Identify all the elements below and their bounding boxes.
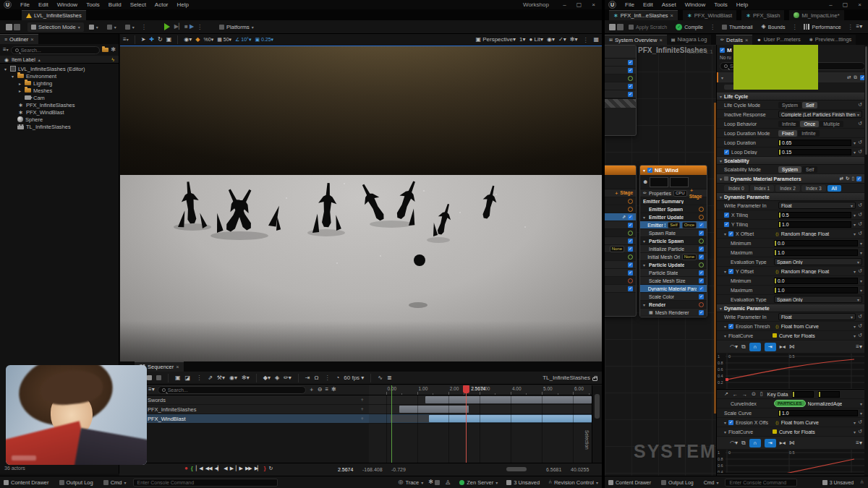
seq-view-options-dropdown[interactable]: ◉▾ xyxy=(229,375,237,381)
segmented-control[interactable]: FixedInfinite xyxy=(778,130,862,137)
delete-key-icon[interactable]: ▯ xyxy=(760,391,763,397)
sequencer-track-pfx-windblast[interactable]: ●●▸∗PFX_WindBlast＋ xyxy=(119,414,369,424)
dynamic-value-label[interactable]: Random Range Float xyxy=(781,269,851,274)
index-tab-all[interactable]: All xyxy=(827,185,841,192)
dropdown-caret-icon[interactable]: ▾ xyxy=(854,333,856,338)
seg-option-self[interactable]: Self xyxy=(802,166,817,173)
bowtie-icon[interactable]: ⋈ xyxy=(789,343,795,350)
reset-icon[interactable]: ↺ xyxy=(858,212,862,218)
module-enabled-checkbox[interactable]: ✓ xyxy=(699,223,704,228)
expand-arrow-icon[interactable]: ▾ xyxy=(643,215,647,220)
row-checkbox[interactable]: ✓ xyxy=(724,150,729,155)
dynamic-value-label[interactable]: Curve for Floats xyxy=(779,333,851,338)
lightning-column-icon[interactable]: ϟ xyxy=(111,57,114,62)
menu-edit[interactable]: Edit xyxy=(639,1,658,8)
seq-snap-icon[interactable]: Ω xyxy=(314,375,318,381)
outliner-item-lighting[interactable]: ▸Lighting xyxy=(3,80,119,87)
details-scrollbar-thumb[interactable] xyxy=(865,46,867,155)
dropdown-caret-icon[interactable]: ▾ xyxy=(860,241,862,246)
menu-edit[interactable]: Edit xyxy=(34,1,53,8)
details-floatcurve[interactable]: ▾FloatCurveCurve for Floats▾↺ xyxy=(717,427,864,437)
details-life-cycle-mode[interactable]: Life Cycle ModeSystemSelf↺ xyxy=(717,100,864,110)
section-bar-pfx-windblast[interactable] xyxy=(429,415,592,422)
expand-arrow-icon[interactable]: ▾ xyxy=(724,420,726,425)
outliner-item-sphere[interactable]: Sphere xyxy=(3,116,119,123)
thumbnail-button[interactable]: Thumbnail xyxy=(718,23,757,31)
selection-rail-label[interactable]: Selection xyxy=(584,430,590,450)
dropdown-caret-icon[interactable]: ▾ xyxy=(860,278,862,283)
value-field[interactable]: 1.0 xyxy=(778,221,851,228)
performance-button[interactable]: Performance xyxy=(800,22,844,31)
dropdown-caret-icon[interactable]: ▾ xyxy=(860,401,862,406)
selection-mode-dropdown[interactable]: Selection Mode▾ xyxy=(27,22,84,32)
outliner-item-pfx-infiniteslashes[interactable]: ∗PFX_InfiniteSlashes xyxy=(3,101,119,108)
cinematics-dropdown[interactable]: ▾ xyxy=(122,23,138,31)
output-log-button[interactable]: Output Log xyxy=(658,476,697,488)
node-row-dynamic-material-parameters[interactable]: Dynamic Material Parameters✓ xyxy=(640,285,707,293)
seq-save-icon[interactable] xyxy=(147,375,152,380)
curve-graph-c1[interactable]: 10.80.60.40.200.5 xyxy=(717,354,864,390)
niagara-log-tab[interactable]: ▤Niagara Log xyxy=(667,35,712,45)
index-tab-index-0[interactable]: Index 0 xyxy=(724,185,749,192)
mirror-icon[interactable]: ▸◂ xyxy=(780,440,786,446)
mirror-icon[interactable]: ▸◂ xyxy=(780,343,786,350)
details-dynamic-material-parameters[interactable]: ▾Dynamic Material Parameters⇄↻▯✓ xyxy=(717,174,864,184)
node-row-particle-state[interactable]: Particle State✓ xyxy=(640,269,707,277)
lock-icon[interactable] xyxy=(592,377,597,381)
curve-editor-toolbar[interactable]: ◠▾⧉∩⇥▸◂⋈≡▾ xyxy=(717,341,864,354)
reset-icon[interactable]: ↺ xyxy=(858,323,862,329)
snap-value-button[interactable]: ⇥ xyxy=(765,439,776,448)
details-minimum[interactable]: Minimum0.0▾ xyxy=(717,276,864,286)
timeline-row-swords[interactable] xyxy=(369,395,592,405)
browse-icon[interactable] xyxy=(617,24,624,30)
trash-icon[interactable]: ▯ xyxy=(851,176,854,181)
menu-asset[interactable]: Asset xyxy=(658,1,681,8)
stage-circle-icon[interactable] xyxy=(628,76,633,81)
world-local-toggle-icon[interactable]: ◉▾ xyxy=(184,37,192,43)
value-field[interactable]: 1.0 xyxy=(778,410,858,416)
previous-shot-button[interactable]: ◀◀ xyxy=(205,466,212,471)
dynamic-value-label[interactable]: Random Range Float xyxy=(781,231,851,236)
details-x-tiling[interactable]: ✓X Tiling0.5▾↺ xyxy=(717,210,864,220)
show-flags-icon[interactable]: ◉▾ xyxy=(547,37,555,43)
details-floatcurve[interactable]: ▾FloatCurveCurve for Floats▾↺ xyxy=(717,331,864,341)
details-write-parameter-in[interactable]: Write Parameter InFloat▾↺ xyxy=(717,201,864,210)
jump-to-start-button[interactable]: ▏◀ xyxy=(196,466,203,471)
copy-icon[interactable]: ⧉ xyxy=(854,75,857,80)
outliner-search-input[interactable]: Search... xyxy=(11,46,101,54)
expand-arrow-icon[interactable]: ▾ xyxy=(643,262,647,267)
details-life-cycle[interactable]: ▾Life Cycle xyxy=(717,93,864,100)
prev-key-icon[interactable]: ← xyxy=(733,392,738,397)
stage-circle-icon[interactable] xyxy=(628,207,633,212)
reset-icon[interactable]: ↺ xyxy=(858,268,862,274)
details-evaluation-type[interactable]: Evaluation TypeSpawn Only▾ xyxy=(717,257,864,267)
viewport[interactable]: ≡▾ ➤ ✚ ↻ ▣ ◉▾ ◆ %0▾ ▦ 50▾ ∠ 10°▾ ▣ 0.25▾… xyxy=(120,34,602,361)
details-x-offset[interactable]: ▾✓X Offset⟨⟩Random Range Float▾↺ xyxy=(717,229,864,239)
curve-key-toolbar[interactable]: ↗←→⊙▯Key Data xyxy=(717,390,864,399)
console-command-input[interactable]: Enter Console Command xyxy=(725,479,797,487)
minimize-button[interactable]: – xyxy=(558,1,571,8)
emitter-node-header[interactable]: ▾ ✓ NE_Wind xyxy=(640,166,707,175)
section-bar-inactive[interactable] xyxy=(390,415,429,422)
details-index-tabs[interactable]: Index 0Index 1Index 2Index 3All xyxy=(717,184,864,193)
expand-arrow-icon[interactable]: ▾ xyxy=(643,239,647,244)
seg-option-infinite[interactable]: Infinite xyxy=(778,121,799,127)
level-tab[interactable]: LVL_InfiniteSlashes xyxy=(22,10,86,20)
playhead-marker[interactable] xyxy=(463,385,469,393)
curve-options-icon[interactable]: ≡▾ xyxy=(856,343,862,350)
revision-control-dropdown[interactable]: ⑃Revision Control▾ xyxy=(545,479,602,486)
menu-select[interactable]: Select xyxy=(126,1,150,8)
details-maximum[interactable]: Maximum1.0▾ xyxy=(717,248,864,257)
previous-key-button[interactable]: ◀▏ xyxy=(215,466,221,471)
curve-editor-toolbar[interactable]: ◠▾⧉∩⇥▸◂⋈≡▾ xyxy=(717,437,864,450)
expand-arrow-icon[interactable]: ▸ xyxy=(17,88,22,93)
details-evaluation-type[interactable]: Evaluation TypeSpawn Only▾ xyxy=(717,295,864,304)
expand-arrow-icon[interactable]: ▾ xyxy=(724,324,726,329)
expand-arrow-icon[interactable]: ▾ xyxy=(724,333,726,338)
printer-icon[interactable] xyxy=(435,480,440,485)
toolbar-menu-icon[interactable]: ≡▾ xyxy=(856,24,863,30)
menu-window[interactable]: Window xyxy=(53,1,82,8)
unsaved-button[interactable]: 3 Unsaved xyxy=(503,479,543,486)
seg-option-multiple[interactable]: Multiple xyxy=(820,121,843,127)
save-icon[interactable] xyxy=(6,24,12,30)
